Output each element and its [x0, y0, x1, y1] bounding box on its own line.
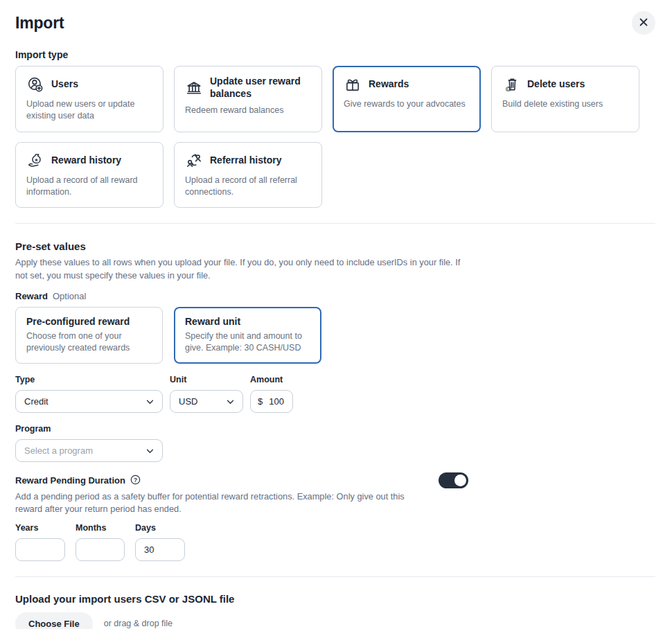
pending-duration-description: Add a pending period as a safety buffer … — [15, 490, 431, 516]
chevron-down-icon — [146, 445, 154, 456]
card-description: Redeem reward balances — [185, 105, 311, 116]
amount-label: Amount — [250, 375, 293, 384]
card-description: Upload a record of all reward informatio… — [26, 175, 152, 199]
card-title: Delete users — [527, 78, 585, 91]
amount-input[interactable]: $ 100 — [250, 390, 293, 413]
upload-controls: Choose File or drag & drop file — [15, 612, 655, 629]
card-description: Upload a record of all referral connecti… — [185, 175, 311, 199]
bank-icon: $ — [185, 79, 203, 97]
years-label: Years — [15, 523, 65, 533]
user-add-icon — [26, 76, 44, 94]
unit-select-value: USD — [179, 396, 197, 407]
card-description: Build delete existing users — [502, 98, 628, 110]
card-description: Upload new users or update existing user… — [26, 98, 152, 123]
months-input[interactable] — [76, 538, 125, 561]
duration-inputs: Years Months Days — [15, 523, 655, 561]
import-type-card-delete-users[interactable]: @ Delete users Build delete existing use… — [491, 66, 639, 132]
preset-values-heading: Pre-set values — [15, 240, 655, 252]
reward-optional-badge: Optional — [53, 291, 86, 301]
reward-unit-card[interactable]: Reward unit Specify the unit and amount … — [174, 307, 321, 364]
program-label: Program — [15, 424, 163, 434]
card-description: Specify the unit and amount to give. Exa… — [185, 330, 310, 355]
card-description: Choose from one of your previously creat… — [26, 330, 152, 355]
reward-pending-duration-section: Reward Pending Duration ? Add a pending … — [15, 475, 655, 561]
section-divider — [15, 576, 655, 577]
page-title: Import — [15, 14, 64, 33]
upload-heading: Upload your import users CSV or JSONL fi… — [15, 593, 655, 605]
preconfigured-reward-card[interactable]: Pre-configured reward Choose from one of… — [15, 307, 163, 364]
import-type-card-rewards[interactable]: Rewards Give rewards to your advocates — [333, 66, 481, 132]
reward-label: Reward — [15, 291, 48, 301]
chevron-down-icon — [227, 396, 234, 407]
type-label: Type — [15, 375, 163, 384]
referral-history-icon — [185, 152, 203, 170]
svg-text:?: ? — [134, 476, 137, 483]
card-title: Update user reward balances — [210, 76, 311, 100]
import-type-card-reward-history[interactable]: ★ Reward history Upload a record of all … — [15, 142, 163, 209]
section-divider — [15, 223, 655, 224]
close-icon — [639, 17, 648, 29]
svg-text:★: ★ — [35, 157, 39, 161]
import-type-card-users[interactable]: Users Upload new users or update existin… — [15, 66, 163, 132]
unit-label: Unit — [170, 375, 243, 384]
toggle-knob — [454, 475, 466, 486]
card-description: Give rewards to your advocates — [344, 98, 470, 110]
pending-duration-toggle[interactable] — [439, 472, 468, 488]
reward-unit-fields: Type Credit Unit USD Amount $ 100 — [15, 375, 655, 413]
card-title: Reward unit — [185, 316, 310, 327]
gift-icon — [344, 76, 362, 94]
import-dialog: Import Import type Users — [0, 11, 672, 629]
reward-history-icon: ★ — [26, 152, 44, 170]
type-select-value: Credit — [24, 396, 48, 407]
card-title: Rewards — [369, 78, 409, 91]
import-type-cards: Users Upload new users or update existin… — [15, 66, 655, 208]
svg-text:@: @ — [506, 85, 512, 92]
preset-values-description: Apply these values to all rows when you … — [15, 256, 464, 282]
program-field: Program Select a program — [15, 424, 163, 462]
days-input[interactable] — [135, 538, 185, 561]
reward-option-cards: Pre-configured reward Choose from one of… — [15, 307, 655, 364]
import-type-label: Import type — [15, 49, 655, 60]
type-select[interactable]: Credit — [15, 390, 163, 413]
card-title: Pre-configured reward — [26, 316, 152, 327]
months-label: Months — [76, 523, 125, 533]
help-icon[interactable]: ? — [130, 475, 141, 487]
reward-field-label-row: RewardOptional — [15, 291, 655, 301]
program-select[interactable]: Select a program — [15, 439, 163, 462]
import-type-card-referral-history[interactable]: Referral history Upload a record of all … — [174, 142, 322, 209]
unit-select[interactable]: USD — [170, 390, 243, 413]
import-type-card-update-balances[interactable]: $ Update user reward balances Redeem rew… — [174, 66, 322, 132]
years-input[interactable] — [15, 538, 65, 561]
chevron-down-icon — [146, 396, 154, 407]
close-button[interactable] — [632, 11, 655, 35]
amount-value: 100 — [269, 396, 284, 407]
drag-drop-text: or drag & drop file — [104, 619, 173, 628]
delete-user-icon: @ — [502, 76, 520, 94]
days-label: Days — [135, 523, 185, 533]
choose-file-button[interactable]: Choose File — [15, 612, 93, 629]
currency-prefix: $ — [258, 396, 263, 407]
pending-duration-label: Reward Pending Duration — [15, 475, 125, 486]
card-title: Referral history — [210, 154, 281, 167]
card-title: Reward history — [51, 154, 121, 167]
card-title: Users — [51, 78, 78, 91]
program-select-placeholder: Select a program — [24, 445, 93, 456]
dialog-header: Import — [15, 11, 655, 35]
